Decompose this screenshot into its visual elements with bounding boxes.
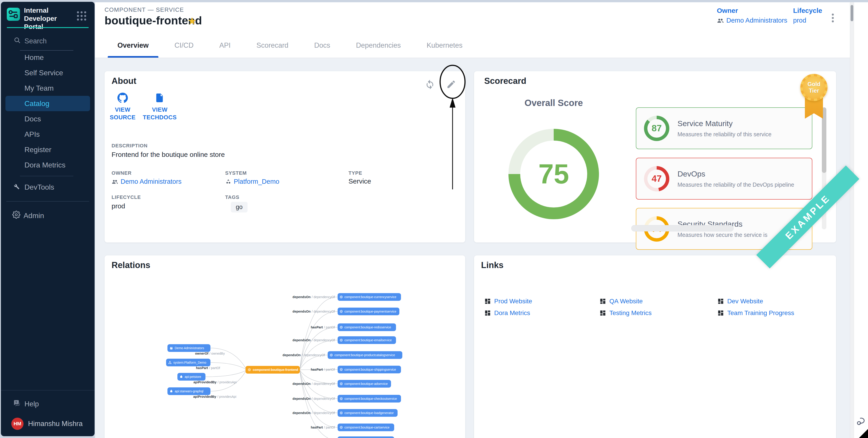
svg-text:component:boutique-shippingser: component:boutique-shippingservice xyxy=(344,368,396,371)
tab-dependencies[interactable]: Dependencies xyxy=(343,33,414,58)
page-scrollbar-thumb[interactable] xyxy=(850,5,853,21)
sidebar-item-my-team[interactable]: My Team xyxy=(1,80,95,96)
sidebar-item-self-service[interactable]: Self Service xyxy=(1,65,95,80)
chat-feedback-icon[interactable] xyxy=(856,416,867,427)
tab-api[interactable]: API xyxy=(206,33,244,58)
page-header: COMPONENT — SERVICE boutique-frontend ★ … xyxy=(95,2,850,33)
owner-field-value[interactable]: Demo Administrators xyxy=(112,178,182,185)
sidebar-user[interactable]: HM Himanshu Mishra xyxy=(1,411,95,436)
sidebar-item-apis[interactable]: APIs xyxy=(1,127,95,142)
sidebar-item-docs[interactable]: Docs xyxy=(1,111,95,127)
graph-node-demo-administrators[interactable]: Demo Administrators xyxy=(167,344,211,352)
graph-node-paymentservice[interactable]: component:boutique-paymentservice xyxy=(338,308,399,315)
people-icon xyxy=(112,178,118,185)
graph-node-redisservice[interactable]: component:boutique-redisservice xyxy=(338,324,396,331)
graph-node-checkoutservice[interactable]: component:boutique-checkoutservice xyxy=(338,395,401,403)
relations-graph[interactable]: ownerOf/ ownedBy hasPart/ partOf apiProv… xyxy=(104,282,465,438)
tag-chip-go[interactable]: go xyxy=(231,202,248,212)
graph-node-loadgenerator[interactable]: component:boutique-loadgenerator xyxy=(338,409,398,417)
window-top-edge xyxy=(0,0,868,2)
sidebar-accent-divider xyxy=(7,27,89,28)
graph-node-partial[interactable] xyxy=(338,436,394,438)
breadcrumb: COMPONENT — SERVICE xyxy=(104,6,184,13)
view-techdocs-button[interactable]: VIEW TECHDOCS xyxy=(142,93,178,121)
favorite-star-icon[interactable]: ★ xyxy=(187,15,197,27)
graph-node-adservice[interactable]: component:boutique-adservice xyxy=(338,380,391,388)
sidebar-item-help[interactable]: ? Help xyxy=(1,397,95,411)
links-card: Links Prod Website QA Website Dev Websit… xyxy=(474,256,836,438)
sidebar-item-catalog[interactable]: Catalog xyxy=(5,96,90,111)
system-field-value[interactable]: Platform_Demo xyxy=(225,178,279,185)
edge-label: apiProvidedBy/ providesApi xyxy=(193,380,237,384)
more-options-icon[interactable] xyxy=(828,12,837,25)
sidebar-item-dora-metrics[interactable]: Dora Metrics xyxy=(1,157,95,173)
link-dev-website[interactable]: Dev Website xyxy=(717,297,823,305)
type-field-label: TYPE xyxy=(348,170,362,176)
github-icon xyxy=(118,93,128,103)
sidebar-search[interactable]: Search xyxy=(1,35,95,49)
lifecycle-label: Lifecycle xyxy=(793,7,822,14)
owner-meta: Owner Demo Administrators xyxy=(717,2,789,33)
apps-grid-icon[interactable] xyxy=(77,11,87,21)
score-item-service-maturity[interactable]: 87 Service Maturity Measures the reliabi… xyxy=(636,107,812,149)
view-source-button[interactable]: VIEW SOURCE xyxy=(104,93,141,121)
tab-docs[interactable]: Docs xyxy=(301,33,343,58)
sidebar-logo-row: Internal Developer Portal xyxy=(1,2,95,27)
link-testing-metrics[interactable]: Testing Metrics xyxy=(599,309,717,317)
overall-score-label: Overall Score xyxy=(504,98,603,108)
graph-node-system-platform-demo[interactable]: system:Platform_Demo xyxy=(166,359,211,366)
svg-text:component:boutique-cartservice: component:boutique-cartservice xyxy=(344,426,390,429)
graph-node-emailservice[interactable]: component:boutique-emailservice xyxy=(338,336,396,344)
edge-label: dependsOn/ dependencyOf xyxy=(283,353,325,357)
search-placeholder: Search xyxy=(25,37,46,45)
edge-label: dependsOn/ dependencyOf xyxy=(292,382,335,385)
link-qa-website[interactable]: QA Website xyxy=(599,297,717,305)
edge-label: dependsOn/ dependencyOf xyxy=(292,397,335,401)
edge-label: dependsOn/ dependencyOf xyxy=(292,310,335,313)
score-item-devops[interactable]: 47 DevOps Measures the reliability of th… xyxy=(636,158,812,200)
tab-overview[interactable]: Overview xyxy=(104,33,161,58)
link-prod-website[interactable]: Prod Website xyxy=(484,297,599,305)
tab-cicd[interactable]: CI/CD xyxy=(161,33,206,58)
link-dora-metrics[interactable]: Dora Metrics xyxy=(484,309,599,317)
score-item-description: Measures the reliability of this service xyxy=(678,131,771,138)
svg-text:api:petstore: api:petstore xyxy=(185,375,201,378)
system-icon xyxy=(225,178,231,185)
svg-text:component:boutique-frontend: component:boutique-frontend xyxy=(253,368,298,372)
graph-node-boutique-frontend[interactable]: component:boutique-frontend xyxy=(246,366,300,374)
lifecycle-field-value: prod xyxy=(112,202,125,210)
score-list-horizontal-scrollbar[interactable] xyxy=(631,225,734,231)
page-scrollbar[interactable] xyxy=(850,2,854,438)
graph-node-api-petstore[interactable]: api:petstore xyxy=(177,373,206,380)
score-item-description: Measures the reliability of the DevOps p… xyxy=(678,181,794,188)
edge-label: hasPart/ partOf xyxy=(311,426,335,429)
scorecard-card: Scorecard Gold Tier Overall Score 75 87 … xyxy=(474,71,836,242)
overall-score-gauge: 75 xyxy=(508,129,599,219)
type-field-value: Service xyxy=(348,177,371,185)
svg-text:component:boutique-adservice: component:boutique-adservice xyxy=(344,382,388,385)
svg-text:component:boutique-redisservic: component:boutique-redisservice xyxy=(344,326,391,329)
graph-node-productcatalogservice[interactable]: component:boutique-productcatalogservice xyxy=(328,351,402,359)
tab-kubernetes[interactable]: Kubernetes xyxy=(414,33,475,58)
graph-node-shippingservice[interactable]: component:boutique-shippingservice xyxy=(338,366,401,373)
tab-scorecard[interactable]: Scorecard xyxy=(244,33,301,58)
sidebar-item-register[interactable]: Register xyxy=(1,142,95,157)
links-grid: Prod Website QA Website Dev Website Dora… xyxy=(484,297,823,317)
score-item-description: Measures how secure the service is xyxy=(678,232,767,238)
link-team-training-progress[interactable]: Team Training Progress xyxy=(717,309,823,317)
sidebar-item-home[interactable]: Home xyxy=(1,50,95,65)
owner-link[interactable]: Demo Administrators xyxy=(717,17,787,24)
sidebar-item-admin[interactable]: Admin xyxy=(1,208,95,223)
graph-node-currencyservice[interactable]: component:boutique-currencyservice xyxy=(338,293,401,301)
sidebar: Internal Developer Portal Search Home Se… xyxy=(1,2,95,436)
sidebar-item-devtools[interactable]: DevTools xyxy=(1,179,95,195)
refresh-icon[interactable] xyxy=(425,79,435,89)
graph-node-api-starwars-graphql[interactable]: api:starwars-graphql xyxy=(167,388,211,395)
graph-node-cartservice[interactable]: component:boutique-cartservice xyxy=(338,424,394,431)
edit-pencil-icon[interactable] xyxy=(446,79,456,89)
overview-content: About VIEW SOURCE xyxy=(95,58,850,438)
svg-text:?: ? xyxy=(15,401,17,404)
corner-cursor xyxy=(859,429,868,438)
svg-text:component:boutique-currencyser: component:boutique-currencyservice xyxy=(344,295,397,299)
user-avatar: HM xyxy=(11,418,24,430)
